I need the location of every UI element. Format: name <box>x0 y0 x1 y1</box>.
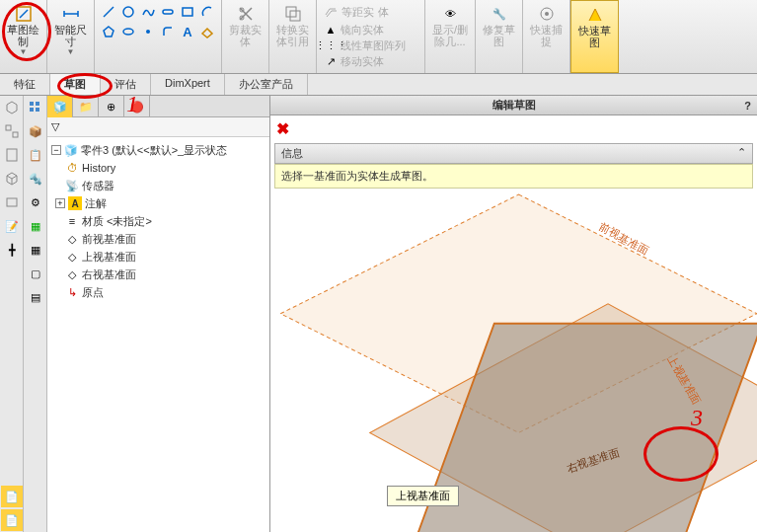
tree-tab-display[interactable]: 🔴 <box>124 96 150 117</box>
tree-tabs: 🧊 📁 ⊕ 🔴 <box>47 96 269 117</box>
lt-box-icon[interactable] <box>1 191 23 213</box>
history-label: History <box>82 162 115 174</box>
model-canvas[interactable]: 前视基准面 上视基准面 右视基准面 上视基准面 <box>270 175 757 532</box>
show-hide-button[interactable]: 👁 显示/删 除几... <box>429 2 471 49</box>
text-tool[interactable]: A <box>179 23 196 40</box>
lt2-layers-icon[interactable]: ▤ <box>25 286 46 308</box>
tree-plane-top[interactable]: ◇上视基准面 <box>51 248 265 266</box>
mirror-label[interactable]: 镜向实体 <box>341 24 384 36</box>
lt2-table-icon[interactable]: ▦ <box>25 215 46 237</box>
lt2-cell-icon[interactable]: ▢ <box>25 263 46 284</box>
smart-dim-label: 智能尺 寸 <box>54 24 87 47</box>
tree-root[interactable]: −🧊零件3 (默认<<默认>_显示状态 <box>51 141 265 159</box>
lt2-grid-icon[interactable] <box>25 97 46 118</box>
tab-sketch[interactable]: 草图 <box>50 74 101 95</box>
svg-rect-17 <box>36 102 39 106</box>
lt-note-icon[interactable]: 📝 <box>1 215 23 237</box>
lt-drawing-icon[interactable] <box>1 144 23 166</box>
svg-rect-19 <box>36 108 39 112</box>
svg-rect-15 <box>7 198 17 206</box>
fillet-tool[interactable] <box>159 23 177 40</box>
svg-rect-3 <box>183 8 192 16</box>
info-header[interactable]: 信息 ⌃ <box>274 143 753 164</box>
lt-doc-icon[interactable]: 📄 <box>1 486 23 507</box>
svg-rect-2 <box>163 10 173 14</box>
trim-icon <box>236 4 256 24</box>
tree-plane-front[interactable]: ◇前视基准面 <box>51 230 265 248</box>
collapse-icon[interactable]: − <box>51 145 61 155</box>
svg-point-4 <box>123 29 133 35</box>
tree-filter-bar[interactable]: ▽ <box>47 117 269 137</box>
help-icon[interactable]: ? <box>744 100 751 112</box>
lt-cube-icon[interactable] <box>1 168 23 190</box>
pattern-label[interactable]: 线性草图阵列 <box>341 39 406 51</box>
svg-rect-8 <box>286 7 296 17</box>
close-button[interactable]: ✖ <box>276 119 289 138</box>
quick-snap-button[interactable]: 快速捕 捉 <box>527 2 566 49</box>
slot-tool[interactable] <box>159 3 177 21</box>
tree-material[interactable]: ≡材质 <未指定> <box>51 212 265 230</box>
tree-history[interactable]: ⏱History <box>51 159 265 177</box>
spline-tool[interactable] <box>139 3 157 21</box>
lt2-grid2-icon[interactable]: ▦ <box>25 239 46 261</box>
lt2-sheet-icon[interactable]: 📋 <box>25 144 46 166</box>
lt-assembly-icon[interactable] <box>1 120 23 142</box>
plane-tool[interactable] <box>198 23 216 40</box>
lt2-part-icon[interactable]: 📦 <box>25 120 46 142</box>
svg-point-5 <box>146 30 150 34</box>
tab-dimxpert[interactable]: DimXpert <box>151 74 225 95</box>
plane-icon: ◇ <box>65 232 79 246</box>
lt2-mold-icon[interactable]: ⚙ <box>25 191 46 213</box>
offset-label[interactable]: 等距实 体 <box>341 7 390 17</box>
lt-axis-icon[interactable]: ╋ <box>1 239 23 261</box>
expand-icon[interactable]: + <box>55 198 65 208</box>
move-icon: ↗ <box>322 52 340 70</box>
snap-label: 快速捕 捉 <box>530 24 563 47</box>
convert-label: 转换实 体引用 <box>276 24 309 47</box>
tab-features[interactable]: 特征 <box>0 74 50 95</box>
tree-annotations[interactable]: +A注解 <box>51 194 265 212</box>
graphics-view[interactable]: 编辑草图 ? ✖ 信息 ⌃ 选择一基准面为实体生成草图。 前视基准面 上视基准面… <box>270 96 757 532</box>
rapid-sketch-button[interactable]: 快速草 图 <box>575 3 614 50</box>
lt2-struct-icon[interactable]: 🔩 <box>25 168 46 190</box>
lt-part-icon[interactable] <box>1 97 23 118</box>
plane-icon: ◇ <box>65 267 79 281</box>
annotation-icon: A <box>68 196 82 210</box>
snap-icon <box>537 4 557 24</box>
rect-tool[interactable] <box>179 3 196 21</box>
tree-tab-config[interactable]: 📁 <box>73 96 99 117</box>
view-title: 编辑草图 <box>492 98 536 113</box>
circle-tool[interactable] <box>119 3 137 21</box>
rapid-sketch-icon <box>585 5 605 25</box>
convert-button[interactable]: 转换实 体引用 <box>273 2 312 49</box>
sensors-label: 传感器 <box>82 179 114 193</box>
move-label[interactable]: 移动实体 <box>341 55 384 67</box>
tree-origin[interactable]: ↳原点 <box>51 283 265 301</box>
lt-doc2-icon[interactable]: 📄 <box>1 509 23 531</box>
show-hide-label: 显示/删 除几... <box>432 24 468 47</box>
history-icon: ⏱ <box>65 161 79 175</box>
ellipse-tool[interactable] <box>119 23 137 40</box>
svg-rect-9 <box>290 11 300 21</box>
line-tool[interactable] <box>100 3 117 21</box>
point-tool[interactable] <box>139 23 157 40</box>
sketch-tools-grid: A <box>99 2 217 41</box>
polygon-tool[interactable] <box>100 23 117 40</box>
repair-button[interactable]: 🔧 修复草 图 <box>480 2 518 49</box>
sketch-icon <box>14 4 34 24</box>
tab-evaluate[interactable]: 评估 <box>101 74 151 95</box>
tree-sensors[interactable]: 📡传感器 <box>51 177 265 194</box>
view-header: 编辑草图 ? <box>270 96 757 115</box>
plane-right-label: 右视基准面 <box>82 267 136 282</box>
arc-tool[interactable] <box>198 3 216 21</box>
origin-label: 原点 <box>82 285 104 300</box>
tree-tab-property[interactable]: ⊕ <box>99 96 124 117</box>
tree-tab-feature[interactable]: 🧊 <box>47 96 73 117</box>
svg-point-11 <box>545 12 549 16</box>
collapse-chevron-icon[interactable]: ⌃ <box>737 146 746 161</box>
tree-plane-right[interactable]: ◇右视基准面 <box>51 266 265 283</box>
smart-dimension-button[interactable]: 智能尺 寸 ▼ <box>51 2 90 58</box>
trim-button[interactable]: 剪裁实 体 <box>226 2 265 49</box>
tab-office[interactable]: 办公室产品 <box>225 74 308 95</box>
sketch-draw-button[interactable]: 草图绘 制 ▼ <box>4 2 42 58</box>
